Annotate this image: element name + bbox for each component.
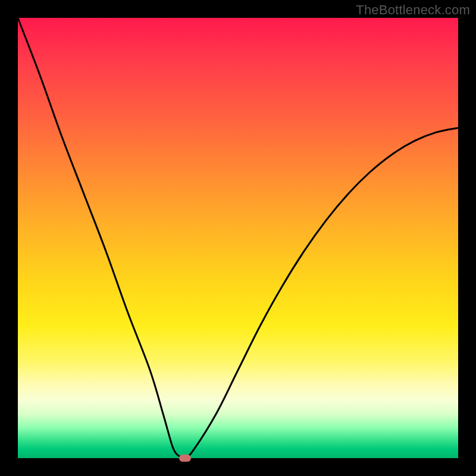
watermark-text: TheBottleneck.com bbox=[356, 2, 470, 18]
plot-area bbox=[18, 18, 458, 458]
bottleneck-curve bbox=[18, 18, 458, 458]
chart-container: TheBottleneck.com bbox=[0, 0, 476, 476]
optimal-point-marker bbox=[179, 455, 191, 462]
